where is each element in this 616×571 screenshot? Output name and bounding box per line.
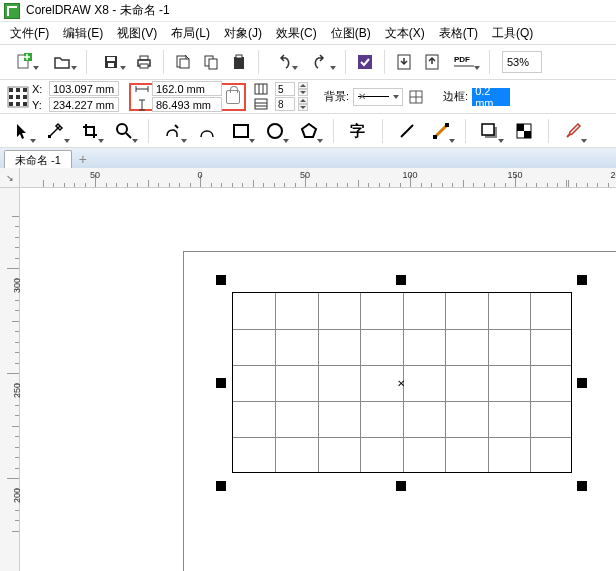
x-input[interactable]: 103.097 mm	[49, 81, 119, 96]
svg-rect-12	[234, 57, 244, 69]
svg-rect-20	[16, 88, 20, 92]
paste-button[interactable]	[226, 49, 252, 75]
save-button[interactable]	[93, 49, 129, 75]
copy-button[interactable]	[198, 49, 224, 75]
svg-rect-22	[9, 95, 13, 99]
redo-button[interactable]	[303, 49, 339, 75]
selection-handle[interactable]	[577, 481, 587, 491]
svg-rect-29	[255, 99, 267, 109]
svg-rect-21	[23, 88, 27, 92]
new-button[interactable]	[6, 49, 42, 75]
ruler-vertical[interactable]: 300250200	[0, 188, 20, 571]
svg-rect-4	[108, 63, 114, 67]
undo-button[interactable]	[265, 49, 301, 75]
selection-handle[interactable]	[216, 275, 226, 285]
export-button[interactable]	[419, 49, 445, 75]
bezier-tool[interactable]	[191, 117, 223, 145]
selection-handle[interactable]	[396, 481, 406, 491]
svg-point-32	[117, 124, 127, 134]
cols-stepper[interactable]	[298, 82, 308, 96]
selection-handle[interactable]	[577, 378, 587, 388]
line-tool[interactable]	[391, 117, 423, 145]
ruler-label: 50	[300, 170, 310, 180]
ruler-horizontal[interactable]: 50050100150200	[20, 168, 616, 188]
bg-options-button[interactable]	[405, 84, 427, 110]
menu-edit[interactable]: 编辑(E)	[57, 23, 109, 44]
selection-handle[interactable]	[577, 275, 587, 285]
svg-rect-41	[517, 124, 524, 131]
ruler-label: 50	[90, 170, 100, 180]
canvas-viewport[interactable]: ✕	[20, 188, 616, 571]
property-bar: X: 103.097 mm Y: 234.227 mm 162.0 mm 86.…	[0, 80, 616, 114]
document-tab[interactable]: 未命名 -1	[4, 150, 72, 168]
selection-center-icon[interactable]: ✕	[396, 378, 406, 388]
rowcol-group: 5 8	[254, 82, 308, 111]
open-button[interactable]	[44, 49, 80, 75]
text-tool[interactable]: 字	[342, 117, 374, 145]
svg-rect-37	[445, 123, 449, 127]
zoom-input[interactable]: 53%	[502, 51, 542, 73]
pdf-button[interactable]: PDF	[447, 49, 483, 75]
pick-tool[interactable]	[6, 117, 38, 145]
menu-layout[interactable]: 布局(L)	[165, 23, 216, 44]
menu-effect[interactable]: 效果(C)	[270, 23, 323, 44]
svg-text:PDF: PDF	[454, 55, 470, 64]
ellipse-tool[interactable]	[259, 117, 291, 145]
height-icon	[135, 99, 149, 111]
width-input[interactable]: 162.0 mm	[152, 81, 222, 96]
selection-handle[interactable]	[216, 378, 226, 388]
menu-object[interactable]: 对象(J)	[218, 23, 268, 44]
outline-input[interactable]: 0.2 mm	[472, 88, 510, 106]
menu-tools[interactable]: 工具(Q)	[486, 23, 539, 44]
crop-tool[interactable]	[74, 117, 106, 145]
add-tab-button[interactable]: +	[74, 150, 92, 168]
canvas-area: ↘ 50050100150200 300250200	[0, 168, 616, 571]
selection-handle[interactable]	[216, 481, 226, 491]
height-input[interactable]: 86.493 mm	[152, 97, 222, 112]
app-logo-icon	[4, 3, 20, 19]
eyedropper-tool[interactable]	[557, 117, 589, 145]
rows-icon	[254, 98, 268, 110]
menu-bitmap[interactable]: 位图(B)	[325, 23, 377, 44]
bg-dropdown[interactable]: ✕	[353, 88, 403, 106]
rows-stepper[interactable]	[298, 97, 308, 111]
ruler-origin[interactable]: ↘	[0, 168, 20, 188]
freehand-tool[interactable]	[157, 117, 189, 145]
menu-view[interactable]: 视图(V)	[111, 23, 163, 44]
svg-rect-42	[524, 131, 531, 138]
y-label: Y:	[32, 99, 46, 111]
size-group: 162.0 mm 86.493 mm	[135, 81, 222, 112]
toolbox: 字	[0, 114, 616, 148]
menu-text[interactable]: 文本(X)	[379, 23, 431, 44]
menu-table[interactable]: 表格(T)	[433, 23, 484, 44]
svg-rect-24	[23, 95, 27, 99]
window-title: CorelDRAW X8 - 未命名 -1	[26, 2, 170, 19]
menu-file[interactable]: 文件(F)	[4, 23, 55, 44]
svg-rect-26	[16, 102, 20, 106]
zoom-tool[interactable]	[108, 117, 140, 145]
svg-rect-27	[23, 102, 27, 106]
x-label: X:	[32, 83, 46, 95]
svg-rect-7	[140, 64, 148, 68]
shape-tool[interactable]	[40, 117, 72, 145]
dropshadow-tool[interactable]	[474, 117, 506, 145]
snap-button[interactable]	[352, 49, 378, 75]
transparency-tool[interactable]	[508, 117, 540, 145]
rows-input[interactable]: 8	[275, 97, 295, 111]
menubar: 文件(F) 编辑(E) 视图(V) 布局(L) 对象(J) 效果(C) 位图(B…	[0, 22, 616, 44]
import-button[interactable]	[391, 49, 417, 75]
selection-handle[interactable]	[396, 275, 406, 285]
ruler-label: 0	[197, 170, 202, 180]
svg-rect-39	[482, 124, 494, 135]
lock-ratio-icon[interactable]	[226, 90, 240, 104]
svg-point-34	[268, 124, 282, 138]
rectangle-tool[interactable]	[225, 117, 257, 145]
polygon-tool[interactable]	[293, 117, 325, 145]
svg-rect-28	[255, 84, 267, 94]
y-input[interactable]: 234.227 mm	[49, 97, 119, 112]
cut-button[interactable]	[170, 49, 196, 75]
connector-tool[interactable]	[425, 117, 457, 145]
cols-input[interactable]: 5	[275, 82, 295, 96]
ruler-label: 100	[402, 170, 417, 180]
print-button[interactable]	[131, 49, 157, 75]
